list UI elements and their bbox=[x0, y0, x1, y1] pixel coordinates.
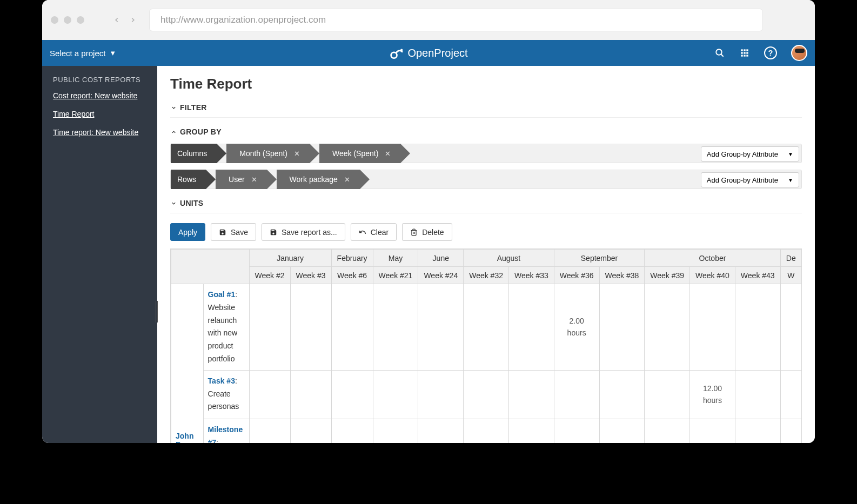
value-cell bbox=[418, 419, 464, 443]
table-row: John DoeGoal #1: Website relaunch with n… bbox=[171, 284, 802, 371]
units-section-toggle[interactable]: UNITS bbox=[170, 199, 802, 213]
window-minimize[interactable] bbox=[64, 16, 71, 24]
forward-button[interactable] bbox=[126, 14, 139, 26]
filter-section-toggle[interactable]: FILTER bbox=[170, 103, 802, 118]
remove-chip-icon[interactable]: ✕ bbox=[344, 176, 350, 184]
value-cell bbox=[508, 419, 554, 443]
apps-grid-icon[interactable] bbox=[739, 48, 750, 58]
value-cell: 2.00 hours bbox=[554, 284, 599, 371]
month-header: May bbox=[373, 250, 418, 267]
week-header: Week #43 bbox=[735, 267, 780, 284]
value-cell bbox=[599, 419, 645, 443]
row-chip[interactable]: User ✕ bbox=[216, 170, 267, 189]
undo-icon bbox=[359, 229, 366, 236]
week-header: Week #40 bbox=[690, 267, 735, 284]
save-button[interactable]: Save bbox=[211, 223, 256, 241]
save-icon bbox=[219, 229, 226, 236]
value-cell bbox=[249, 419, 290, 443]
brand-text: OpenProject bbox=[407, 47, 467, 59]
table-row: Milestone #7: bbox=[171, 419, 802, 443]
value-cell bbox=[331, 419, 373, 443]
value-cell bbox=[690, 284, 735, 371]
week-header: W bbox=[780, 267, 801, 284]
sidebar-link[interactable]: Cost report: New website bbox=[53, 91, 146, 100]
delete-label: Delete bbox=[422, 228, 444, 237]
remove-chip-icon[interactable]: ✕ bbox=[251, 176, 257, 184]
user-cell[interactable]: John Doe bbox=[171, 284, 204, 443]
brand[interactable]: OpenProject bbox=[389, 46, 467, 60]
week-header: Week #6 bbox=[331, 267, 373, 284]
value-cell bbox=[554, 419, 599, 443]
help-icon[interactable]: ? bbox=[764, 46, 777, 59]
value-cell bbox=[464, 370, 509, 419]
sidebar-link[interactable]: Time report: New website bbox=[53, 128, 146, 137]
table-corner bbox=[171, 250, 250, 284]
svg-rect-3 bbox=[741, 49, 742, 51]
delete-button[interactable]: Delete bbox=[402, 223, 452, 241]
value-cell bbox=[373, 370, 418, 419]
chip-label: Work package bbox=[290, 175, 338, 184]
main-content: Time Report FILTER GROUP BY bbox=[157, 66, 815, 443]
dropdown-label: Add Group-by Attribute bbox=[707, 176, 778, 184]
month-header: January bbox=[249, 250, 331, 267]
search-icon[interactable] bbox=[714, 48, 725, 58]
svg-rect-4 bbox=[744, 49, 745, 51]
add-row-attribute-dropdown[interactable]: Add Group-by Attribute ▼ bbox=[701, 172, 799, 187]
units-label: UNITS bbox=[180, 199, 204, 207]
chevron-down-icon bbox=[170, 200, 177, 206]
month-header-row: JanuaryFebruaryMayJuneAugustSeptemberOct… bbox=[171, 250, 802, 267]
value-cell bbox=[690, 419, 735, 443]
value-cell bbox=[290, 284, 331, 371]
month-header: September bbox=[554, 250, 645, 267]
week-header: Week #38 bbox=[599, 267, 645, 284]
remove-chip-icon[interactable]: ✕ bbox=[385, 150, 391, 158]
report-table: JanuaryFebruaryMayJuneAugustSeptemberOct… bbox=[170, 248, 802, 443]
work-package-cell[interactable]: Goal #1: Website relaunch with new produ… bbox=[203, 284, 249, 371]
column-chip[interactable]: Week (Spent) ✕ bbox=[319, 144, 400, 163]
sidebar: PUBLIC COST REPORTS Cost report: New web… bbox=[42, 66, 157, 443]
app-window: http://www.organization.openproject.com … bbox=[42, 0, 815, 443]
clear-button[interactable]: Clear bbox=[351, 223, 397, 241]
url-bar[interactable]: http://www.organization.openproject.com bbox=[149, 9, 763, 31]
app-header: Select a project ▾ OpenProject ? bbox=[42, 40, 815, 66]
sidebar-resize-handle[interactable] bbox=[153, 298, 160, 325]
sidebar-link[interactable]: Time Report bbox=[53, 110, 146, 118]
window-close[interactable] bbox=[51, 16, 58, 24]
chevron-up-icon bbox=[170, 129, 177, 135]
user-avatar[interactable] bbox=[791, 45, 807, 61]
value-cell bbox=[464, 419, 509, 443]
value-cell bbox=[645, 370, 690, 419]
work-package-cell[interactable]: Milestone #7: bbox=[203, 419, 249, 443]
caret-down-icon: ▾ bbox=[111, 48, 115, 58]
value-cell bbox=[735, 284, 780, 371]
month-header: June bbox=[418, 250, 464, 267]
remove-chip-icon[interactable]: ✕ bbox=[294, 150, 300, 158]
back-button[interactable] bbox=[110, 14, 123, 26]
week-header: Week #33 bbox=[508, 267, 554, 284]
rows-chip-row: Rows User ✕ Work package ✕ Add Group-by … bbox=[170, 170, 802, 189]
column-chip[interactable]: Month (Spent) ✕ bbox=[226, 144, 310, 163]
groupby-section-toggle[interactable]: GROUP BY bbox=[170, 127, 802, 136]
row-chip[interactable]: Work package ✕ bbox=[277, 170, 360, 189]
save-label: Save bbox=[231, 228, 248, 237]
window-zoom[interactable] bbox=[77, 16, 84, 24]
value-cell bbox=[373, 284, 418, 371]
week-header: Week #2 bbox=[249, 267, 290, 284]
month-header: De bbox=[780, 250, 801, 267]
value-cell bbox=[249, 284, 290, 371]
table-row: Task #3: Create personas12.00 hours bbox=[171, 370, 802, 419]
chip-label: User bbox=[229, 175, 245, 184]
project-selector[interactable]: Select a project ▾ bbox=[50, 48, 115, 58]
svg-point-1 bbox=[400, 49, 403, 51]
week-header: Week #24 bbox=[418, 267, 464, 284]
week-header: Week #3 bbox=[290, 267, 331, 284]
work-package-cell[interactable]: Task #3: Create personas bbox=[203, 370, 249, 419]
add-column-attribute-dropdown[interactable]: Add Group-by Attribute ▼ bbox=[701, 146, 799, 162]
apply-button[interactable]: Apply bbox=[170, 223, 205, 241]
value-cell: 12.00 hours bbox=[690, 370, 735, 419]
save-as-button[interactable]: Save report as... bbox=[262, 223, 345, 241]
page-title: Time Report bbox=[170, 76, 802, 92]
month-header: February bbox=[331, 250, 373, 267]
value-cell bbox=[780, 370, 801, 419]
svg-rect-9 bbox=[741, 55, 742, 56]
